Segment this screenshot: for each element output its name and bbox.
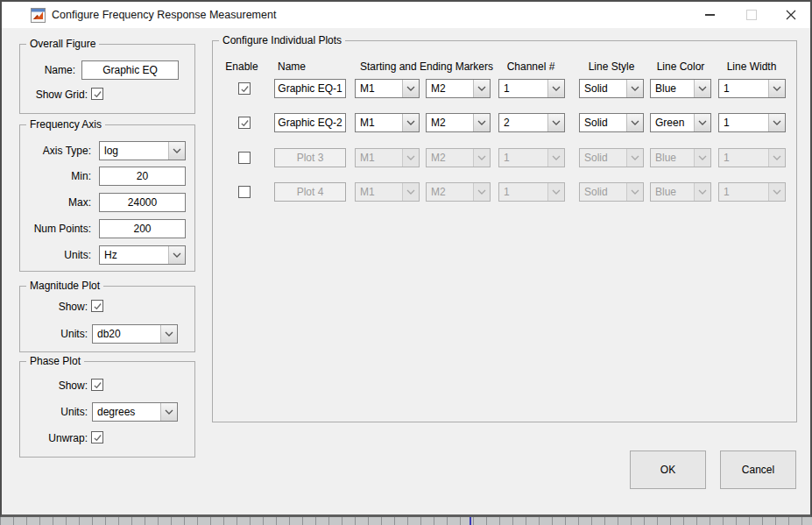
figure-name-field[interactable]: Graphic EQ: [81, 60, 179, 80]
frequency-units-dropdown[interactable]: Hz: [99, 245, 186, 265]
enable-checkbox[interactable]: [238, 186, 251, 198]
column-header-starting-and-ending-markers: Starting and Ending Markers: [330, 60, 523, 74]
line-width-dropdown[interactable]: 1: [718, 148, 786, 167]
end-marker-dropdown[interactable]: M2: [426, 79, 491, 98]
min-label: Min:: [23, 170, 91, 183]
unwrap-checkbox[interactable]: [91, 431, 103, 443]
magnitude-units-label: Units:: [23, 328, 88, 341]
chevron-down-icon: [402, 149, 419, 167]
chevron-down-icon: [768, 149, 785, 167]
end-marker-dropdown[interactable]: M2: [426, 182, 491, 202]
line-color-dropdown[interactable]: Blue: [650, 148, 711, 167]
start-marker-dropdown[interactable]: M1: [355, 182, 420, 202]
check-icon: [93, 433, 102, 443]
check-icon: [240, 118, 250, 128]
line-color-dropdown[interactable]: Blue: [650, 182, 711, 202]
enable-checkbox[interactable]: [238, 152, 251, 164]
line-style-dropdown[interactable]: Solid: [579, 113, 644, 132]
end-marker-dropdown[interactable]: M2: [426, 148, 491, 167]
close-button[interactable]: [776, 2, 806, 28]
plot-name-field[interactable]: Graphic EQ-1: [274, 79, 346, 98]
start-marker-dropdown[interactable]: M1: [355, 113, 420, 132]
enable-checkbox[interactable]: [238, 117, 251, 129]
chevron-down-icon: [160, 325, 177, 343]
plot-name-field[interactable]: Graphic EQ-2: [274, 113, 346, 132]
overall-figure-title: Overall Figure: [26, 38, 99, 50]
phase-show-checkbox[interactable]: [91, 379, 103, 391]
line-style-dropdown[interactable]: Solid: [579, 148, 644, 167]
frequency-axis-title: Frequency Axis: [26, 118, 105, 131]
maximize-icon: [746, 10, 757, 20]
minimize-icon: [705, 14, 715, 16]
phase-units-dropdown[interactable]: degrees: [92, 402, 178, 422]
maximize-button[interactable]: [737, 2, 766, 28]
figure-name-label: Name:: [23, 64, 75, 77]
column-header-line-width: Line Width: [717, 60, 787, 74]
start-marker-dropdown[interactable]: M1: [355, 79, 420, 98]
unwrap-label: Unwrap:: [23, 432, 88, 445]
check-icon: [93, 380, 102, 390]
show-grid-label: Show Grid:: [23, 89, 88, 102]
enable-checkbox[interactable]: [238, 82, 251, 95]
column-header-channel: Channel #: [496, 60, 566, 74]
axis-type-label: Axis Type:: [23, 145, 91, 158]
channel-dropdown[interactable]: 1: [498, 79, 565, 98]
axis-type-dropdown[interactable]: log: [99, 141, 186, 160]
phase-plot-title: Phase Plot: [26, 355, 84, 367]
line-width-dropdown[interactable]: 1: [718, 113, 786, 132]
screen: { "window": { "title": "Configure Freque…: [0, 0, 812, 525]
line-color-dropdown[interactable]: Green: [650, 113, 711, 132]
ruler-marker: [470, 517, 471, 525]
line-style-dropdown[interactable]: Solid: [579, 79, 644, 98]
channel-dropdown[interactable]: 1: [498, 148, 565, 167]
minimize-button[interactable]: [695, 2, 724, 28]
min-field[interactable]: 20: [99, 167, 186, 186]
chevron-down-icon: [768, 114, 785, 131]
column-header-line-color: Line Color: [646, 60, 716, 74]
max-field[interactable]: 24000: [99, 193, 186, 212]
phase-show-label: Show:: [23, 380, 88, 393]
window-title: Configure Frequency Response Measurement: [52, 2, 276, 28]
column-header-line-style: Line Style: [576, 60, 646, 74]
num-points-field[interactable]: 200: [99, 219, 186, 238]
check-icon: [93, 89, 102, 99]
chevron-down-icon: [168, 142, 185, 160]
magnitude-plot-title: Magnitude Plot: [26, 280, 103, 292]
line-style-dropdown[interactable]: Solid: [579, 182, 644, 202]
line-width-dropdown[interactable]: 1: [718, 182, 786, 202]
num-points-label: Num Points:: [23, 223, 91, 236]
cancel-button[interactable]: Cancel: [720, 451, 796, 489]
chevron-down-icon: [547, 149, 564, 167]
chevron-down-icon: [402, 114, 419, 131]
magnitude-show-label: Show:: [23, 301, 88, 314]
configure-individual-plots-title: Configure Individual Plots: [219, 34, 345, 46]
line-color-dropdown[interactable]: Blue: [650, 79, 711, 98]
ok-button[interactable]: OK: [630, 451, 706, 489]
title-bar: Configure Frequency Response Measurement: [2, 2, 810, 28]
chevron-down-icon: [160, 403, 177, 421]
check-icon: [93, 302, 102, 311]
chevron-down-icon: [626, 114, 643, 131]
chevron-down-icon: [473, 80, 490, 97]
channel-dropdown[interactable]: 2: [498, 113, 565, 132]
chevron-down-icon: [626, 149, 643, 167]
channel-dropdown[interactable]: 1: [498, 182, 565, 202]
plot-name-field[interactable]: Plot 3: [274, 148, 346, 167]
background-ruler: [0, 517, 812, 525]
chevron-down-icon: [402, 80, 419, 97]
show-grid-checkbox[interactable]: [91, 88, 103, 100]
magnitude-units-dropdown[interactable]: db20: [92, 324, 178, 344]
chevron-down-icon: [626, 80, 643, 97]
chevron-down-icon: [473, 149, 490, 167]
chevron-down-icon: [626, 183, 643, 201]
chevron-down-icon: [547, 114, 564, 131]
chevron-down-icon: [768, 183, 785, 201]
close-icon: [786, 10, 796, 20]
plot-name-field[interactable]: Plot 4: [274, 182, 346, 202]
start-marker-dropdown[interactable]: M1: [355, 148, 420, 167]
chevron-down-icon: [402, 183, 419, 201]
magnitude-show-checkbox[interactable]: [91, 300, 103, 312]
line-width-dropdown[interactable]: 1: [718, 79, 786, 98]
end-marker-dropdown[interactable]: M2: [426, 113, 491, 132]
frequency-units-label: Units:: [23, 249, 91, 262]
